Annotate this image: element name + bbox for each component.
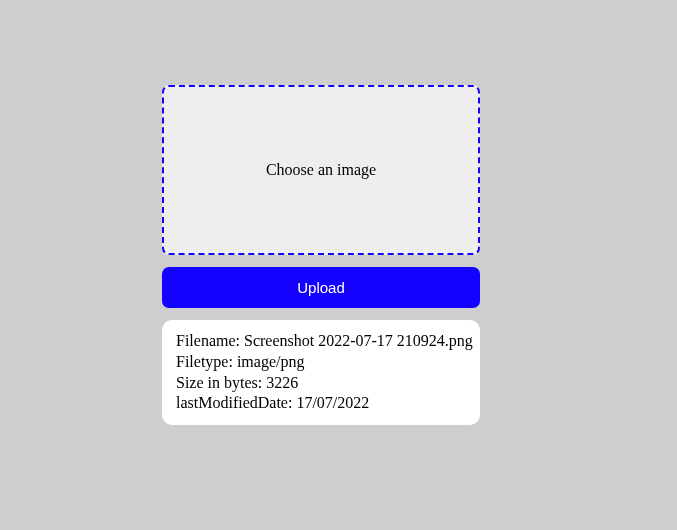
upload-panel: Choose an image Upload Filename: Screens… xyxy=(162,85,480,425)
file-dropzone[interactable]: Choose an image xyxy=(162,85,480,255)
filetype-label: Filetype: xyxy=(176,353,237,370)
filename-label: Filename: xyxy=(176,332,244,349)
dropzone-label: Choose an image xyxy=(266,161,376,179)
file-info-size: Size in bytes: 3226 xyxy=(176,373,466,394)
file-info-filename: Filename: Screenshot 2022-07-17 210924.p… xyxy=(176,331,466,352)
file-info-filetype: Filetype: image/png xyxy=(176,352,466,373)
upload-button[interactable]: Upload xyxy=(162,267,480,308)
size-label: Size in bytes: xyxy=(176,374,266,391)
modified-value: 17/07/2022 xyxy=(296,394,369,411)
filename-value: Screenshot 2022-07-17 210924.png xyxy=(244,332,473,349)
size-value: 3226 xyxy=(266,374,298,391)
file-info-modified: lastModifiedDate: 17/07/2022 xyxy=(176,393,466,414)
modified-label: lastModifiedDate: xyxy=(176,394,296,411)
upload-button-label: Upload xyxy=(297,279,345,296)
filetype-value: image/png xyxy=(237,353,305,370)
file-info-card: Filename: Screenshot 2022-07-17 210924.p… xyxy=(162,320,480,425)
